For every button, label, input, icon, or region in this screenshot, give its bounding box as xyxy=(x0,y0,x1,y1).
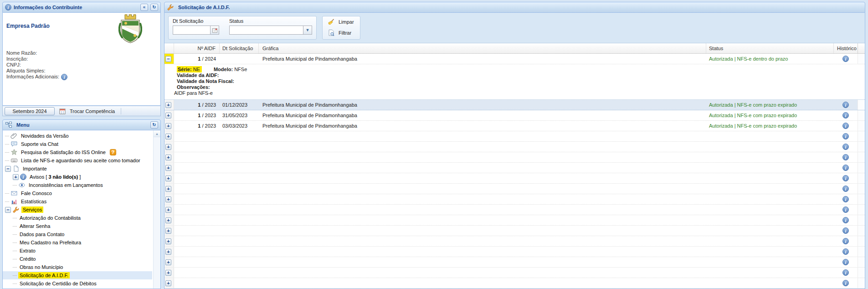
expand-row-icon[interactable]: + xyxy=(165,217,171,223)
period-button[interactable]: Setembro 2024 xyxy=(5,107,55,115)
column-header-status[interactable]: Status xyxy=(706,43,834,53)
history-info-icon[interactable]: i xyxy=(842,269,849,276)
expand-row-icon[interactable]: + xyxy=(165,259,171,265)
history-info-icon[interactable]: i xyxy=(842,206,849,213)
expand-row-icon[interactable]: + xyxy=(165,175,171,181)
expand-row-icon[interactable]: + xyxy=(165,155,171,160)
history-info-icon[interactable]: i xyxy=(842,238,849,244)
table-row-empty[interactable]: +i xyxy=(164,268,865,278)
menu-item[interactable]: Solicitação de A.I.D.F. xyxy=(3,271,152,279)
table-row-empty[interactable]: +i xyxy=(164,131,865,142)
table-row-empty[interactable]: +i xyxy=(164,205,865,215)
menu-item[interactable]: Dados para Contato xyxy=(3,230,152,238)
table-row[interactable]: −1 / 2024Prefeitura Municipal de Pindamo… xyxy=(164,54,865,64)
table-row-empty[interactable]: +i xyxy=(164,215,865,226)
tree-collapse-icon[interactable]: − xyxy=(5,166,11,172)
history-info-icon[interactable]: i xyxy=(842,196,849,202)
refresh-icon[interactable]: ↻ xyxy=(150,4,158,11)
menu-item[interactable]: Suporte via Chat xyxy=(3,140,152,148)
table-row-empty[interactable]: +i xyxy=(164,163,865,173)
clear-button[interactable]: Limpar xyxy=(326,18,355,26)
menu-item[interactable]: Inconsistências em Lançamentos xyxy=(3,181,152,189)
history-info-icon[interactable]: i xyxy=(842,259,849,265)
history-info-icon[interactable]: i xyxy=(842,217,849,223)
expand-row-icon[interactable]: + xyxy=(165,249,171,255)
history-info-icon[interactable]: i xyxy=(842,154,849,160)
menu-item[interactable]: Novidades da Versão xyxy=(3,132,152,140)
menu-item[interactable]: Alterar Senha xyxy=(3,222,152,230)
expand-row-icon[interactable]: + xyxy=(165,134,171,139)
expand-row-icon[interactable]: + xyxy=(165,228,171,234)
change-period-button[interactable]: Trocar Competência xyxy=(57,108,116,115)
menu-item[interactable]: Solicitação de Certidão de Débitos xyxy=(3,279,152,288)
history-info-icon[interactable]: i xyxy=(842,280,849,286)
menu-item[interactable]: Autorização do Contabilista xyxy=(3,214,152,222)
expand-row-icon[interactable]: + xyxy=(165,196,171,202)
menu-item[interactable]: Crédito xyxy=(3,255,152,263)
table-row-empty[interactable]: +i xyxy=(164,173,865,184)
expand-row-icon[interactable]: + xyxy=(165,113,171,119)
table-row-empty[interactable]: +i xyxy=(164,152,865,163)
history-info-icon[interactable]: i xyxy=(842,186,849,192)
expand-row-icon[interactable]: + xyxy=(165,207,171,213)
menu-item[interactable]: Estatísticas xyxy=(3,197,152,206)
menu-item[interactable]: Lista de NFS-e aguardando seu aceite com… xyxy=(3,156,152,165)
info-icon[interactable]: i xyxy=(61,74,67,80)
expand-row-icon[interactable]: + xyxy=(165,270,171,276)
table-row-empty[interactable]: +i xyxy=(164,142,865,152)
table-row-empty[interactable]: +i xyxy=(164,247,865,257)
table-row-empty[interactable]: +i xyxy=(164,184,865,194)
history-info-icon[interactable]: i xyxy=(842,144,849,150)
menu-item[interactable]: Pesquisa de Satisfação do ISS Online? xyxy=(3,148,152,156)
expand-row-icon[interactable]: + xyxy=(165,165,171,171)
chevron-down-icon[interactable]: ▼ xyxy=(303,26,312,35)
table-row-empty[interactable]: +i xyxy=(164,278,865,289)
menu-item[interactable]: Obras no Município xyxy=(3,263,152,271)
menu-item[interactable]: Meu Cadastro na Prefeitura xyxy=(3,238,152,247)
tree-expand-icon[interactable]: + xyxy=(13,174,19,180)
expand-row-icon[interactable]: + xyxy=(165,102,171,108)
menu-item[interactable]: Extrato xyxy=(3,247,152,255)
menu-item[interactable]: −Serviços xyxy=(3,206,152,214)
table-row-empty[interactable]: +i xyxy=(164,194,865,205)
history-info-icon[interactable]: i xyxy=(842,123,849,129)
history-info-icon[interactable]: i xyxy=(842,175,849,181)
history-info-icon[interactable]: i xyxy=(842,102,849,108)
menu-item[interactable]: +iAvisos [ 3 não lido(s) ] xyxy=(3,173,152,181)
history-info-icon[interactable]: i xyxy=(842,133,849,139)
scroll-up-icon[interactable]: ▲ xyxy=(154,130,160,137)
history-info-icon[interactable]: i xyxy=(842,165,849,171)
expand-row-icon[interactable]: + xyxy=(165,123,171,129)
expand-row-icon[interactable]: + xyxy=(165,144,171,150)
column-header-date[interactable]: Dt Solicitação xyxy=(220,43,259,53)
collapse-left-icon[interactable]: « xyxy=(140,4,148,11)
filter-button[interactable]: Filtrar xyxy=(326,29,355,36)
date-picker-icon[interactable] xyxy=(210,26,219,35)
column-header-grafica[interactable]: Gráfica xyxy=(259,43,706,53)
expand-row-icon[interactable]: + xyxy=(165,186,171,192)
question-badge[interactable]: ? xyxy=(110,149,116,155)
table-row[interactable]: +1 / 202303/03/2023Prefeitura Municipal … xyxy=(164,121,865,131)
history-info-icon[interactable]: i xyxy=(842,56,849,62)
table-row-empty[interactable]: +i xyxy=(164,236,865,247)
table-row[interactable]: +1 / 202331/05/2023Prefeitura Municipal … xyxy=(164,110,865,121)
history-info-icon[interactable]: i xyxy=(842,248,849,255)
expand-row-icon[interactable]: + xyxy=(165,238,171,244)
status-filter-select[interactable]: ▼ xyxy=(229,26,312,35)
history-info-icon[interactable]: i xyxy=(842,227,849,234)
column-header-historico[interactable]: Histórico xyxy=(834,43,858,53)
table-row[interactable]: +1 / 202301/12/2023Prefeitura Municipal … xyxy=(164,100,865,110)
date-filter-input[interactable] xyxy=(173,26,210,35)
column-header-aidf[interactable]: Nº AIDF xyxy=(174,43,220,53)
menu-item[interactable]: −Importante xyxy=(3,165,152,173)
expand-row-icon[interactable]: + xyxy=(165,280,171,286)
chart-icon xyxy=(10,198,18,205)
tree-collapse-icon[interactable]: − xyxy=(5,207,11,213)
history-info-icon[interactable]: i xyxy=(842,112,849,119)
collapse-row-icon[interactable]: − xyxy=(165,56,171,62)
menu-scrollbar[interactable]: ▲ xyxy=(153,130,160,289)
table-row-empty[interactable]: +i xyxy=(164,226,865,236)
menu-item[interactable]: Fale Conosco xyxy=(3,189,152,197)
table-row-empty[interactable]: +i xyxy=(164,257,865,268)
refresh-icon[interactable]: ↻ xyxy=(150,121,158,129)
